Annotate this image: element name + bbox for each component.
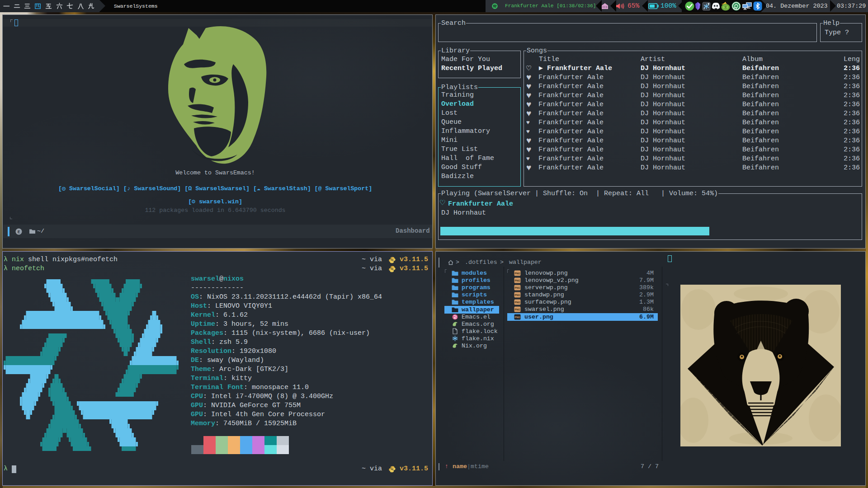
svg-text:PNG: PNG [514,316,520,319]
svg-text:PNG: PNG [514,279,520,282]
svg-text:PNG: PNG [514,308,520,311]
svg-text:PNG: PNG [514,301,520,304]
svg-text:PNG: PNG [514,286,520,289]
svg-text:PNG: PNG [514,294,520,296]
svg-text:PNG: PNG [514,272,520,275]
